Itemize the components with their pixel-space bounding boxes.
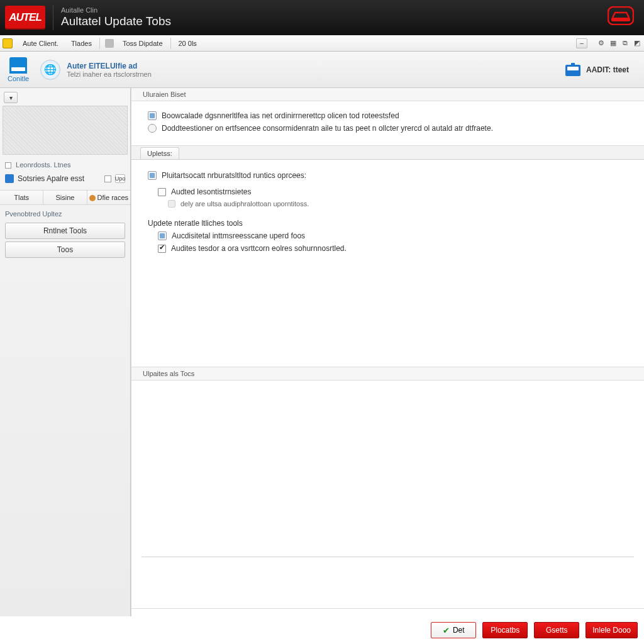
action-button-c[interactable]: Inlele Dooo	[586, 622, 638, 638]
checkbox-icon[interactable]	[5, 162, 11, 169]
checkbox[interactable]	[158, 245, 166, 253]
text: Pluitartsocatt nrburatsltltod runtics op…	[162, 171, 306, 180]
pane-a: Boowcalade dgsnnerltlfea ias net ordinir…	[131, 101, 644, 146]
tab-updates[interactable]: Upletss:	[140, 147, 179, 159]
sidebar-item-stories[interactable]: Sotsries Apalre esst Upo	[0, 172, 130, 185]
toolbar-button-console[interactable]: Conitle	[8, 57, 29, 82]
svg-rect-3	[567, 67, 579, 70]
titlebar: AUTEL Auitalle Clin Aultatel Update Tobs	[0, 0, 644, 35]
checkbox-label: Audted lesontistrnsietes	[171, 187, 251, 196]
menu-item-client[interactable]: Aute Client.	[16, 35, 65, 51]
toolbar: Conitle 🌐 Auter ElTELUIfie ad Telzi inah…	[0, 52, 644, 88]
title-stack: Auitalle Clin Aultatel Update Tobs	[61, 7, 171, 28]
divider	[53, 5, 53, 30]
sidebar-button-reset[interactable]: Rntlnet Tools	[5, 223, 125, 239]
tab-strip: Upletss:	[131, 146, 644, 160]
menubar-right: – ⚙ ▦ ⧉ ◩	[576, 35, 641, 51]
footer: ✔ Det Plocatbs Gsetts Inlele Dooo	[0, 616, 644, 644]
tool-icon[interactable]: ⧉	[620, 38, 630, 48]
checkbox-label: Audites tesdor a ora vsrttcorn eolres so…	[171, 244, 347, 253]
main: ▾ Leonrdosts. Ltnes Sotsries Apalre esst…	[0, 88, 644, 644]
checkbox[interactable]	[158, 188, 166, 196]
checkbox-line: Audites tesdor a ora vsrttcorn eolres so…	[158, 244, 634, 253]
content: Uluraien Biset Boowcalade dgsnnerltlfea …	[131, 88, 644, 644]
sidebar-tabs: Tlats Sisine Dfie races	[0, 190, 130, 205]
glyph-icon	[168, 200, 175, 208]
info-line: Aucdisitetal inttmsreesscane uperd foos	[158, 231, 634, 240]
pane-label-a: Uluraien Biset	[131, 88, 644, 101]
sidebar-tab-b[interactable]: Sisine	[43, 191, 86, 204]
toolbar-right-label: AADIT: tteet	[586, 65, 629, 74]
toolbar-description: Auter ElTELUIfie ad Telzi inaher ea rtsc…	[67, 62, 152, 78]
toolbar-desc-sub: Telzi inaher ea rtsclorstrnen	[67, 70, 152, 78]
brand-logo: AUTEL	[5, 6, 45, 30]
box-icon	[5, 174, 14, 183]
menu-item-tools[interactable]: Tlades	[65, 35, 98, 51]
divider	[142, 557, 634, 557]
menu-item-version[interactable]: 20 0ls	[172, 35, 203, 51]
tool-icon[interactable]: ⚙	[596, 38, 606, 48]
pane-c	[131, 380, 644, 609]
divider	[170, 38, 171, 49]
info-line: Doddteestioner on ertfsencee consormiden…	[148, 124, 634, 133]
sidebar-section-label: Leonrdosts. Ltnes	[0, 160, 130, 172]
sidebar-panel-label: Pvenobtred Upltez	[0, 205, 130, 220]
action-button-b[interactable]: Gsetts	[534, 622, 579, 638]
svg-rect-4	[571, 63, 575, 66]
svg-rect-1	[611, 18, 630, 21]
text: dely are ultsa audiphralottoan uporntito…	[180, 200, 309, 208]
doc-icon	[148, 171, 157, 180]
tool-icon[interactable]: ▦	[608, 38, 618, 48]
sidebar-tab-c[interactable]: Dfie races	[87, 191, 130, 204]
doc-icon	[148, 111, 157, 120]
info-line: Pluitartsocatt nrburatsltltod runtics op…	[148, 171, 634, 180]
car-icon	[608, 6, 634, 25]
subheader: Updete nteratle ltliches tools	[148, 219, 634, 228]
sidebar-section-text: Leonrdosts. Ltnes	[16, 161, 70, 169]
box-icon[interactable]	[565, 62, 581, 77]
sidebar-tab-label: Dfie races	[97, 194, 129, 201]
text: Boowcalade dgsnnerltlfea ias net ordinir…	[162, 111, 399, 120]
window-subtitle: Auitalle Clin	[61, 7, 171, 14]
window-title: Aultatel Update Tobs	[61, 15, 171, 28]
toolbar-right: AADIT: tteet	[565, 52, 629, 87]
sidebar-badge: Upo	[115, 174, 125, 183]
toolbar-button-label: Conitle	[8, 75, 29, 82]
menu-item-update[interactable]: Toss Dipdate	[116, 35, 169, 51]
sidebar: ▾ Leonrdosts. Ltnes Sotsries Apalre esst…	[0, 88, 131, 644]
action-button-a[interactable]: Plocatbs	[482, 622, 528, 638]
document-icon	[9, 57, 27, 74]
minimize-button[interactable]: –	[576, 38, 587, 48]
circle-icon	[148, 124, 157, 133]
menu-glyph-icon	[105, 39, 114, 48]
checkbox-line: Audted lesontistrnsietes	[158, 187, 634, 196]
pane-b: Pluitartsocatt nrburatsltltod runtics op…	[131, 160, 644, 367]
sidebar-texture	[3, 106, 128, 155]
checkbox-icon[interactable]	[104, 175, 111, 182]
svg-rect-0	[608, 7, 633, 25]
pane-label-c: Ulpaites als Tocs	[131, 367, 644, 380]
sidebar-item-label: Sotsries Apalre esst	[18, 174, 101, 183]
sidebar-tab-a[interactable]: Tlats	[0, 191, 43, 204]
doc-icon	[158, 231, 167, 240]
ok-button[interactable]: ✔ Det	[431, 622, 476, 638]
info-line: Boowcalade dgsnnerltlfea ias net ordinir…	[148, 111, 634, 120]
text: Doddteestioner on ertfsencee consormiden…	[162, 124, 493, 133]
dot-icon	[89, 195, 96, 201]
info-line: dely are ultsa audiphralottoan uporntito…	[168, 200, 634, 208]
sidebar-collapse-button[interactable]: ▾	[4, 92, 18, 103]
menubar: Aute Client. Tlades Toss Dipdate 20 0ls …	[0, 35, 644, 52]
app-icon	[3, 38, 13, 48]
button-label: Det	[453, 626, 465, 635]
sidebar-button-tools[interactable]: Toos	[5, 242, 125, 258]
text: Aucdisitetal inttmsreesscane uperd foos	[172, 231, 305, 240]
toolbar-desc-title: Auter ElTELUIfie ad	[67, 62, 152, 70]
check-icon: ✔	[443, 626, 450, 635]
tool-icon[interactable]: ◩	[632, 38, 641, 48]
globe-icon[interactable]: 🌐	[40, 60, 60, 80]
divider	[99, 38, 100, 49]
